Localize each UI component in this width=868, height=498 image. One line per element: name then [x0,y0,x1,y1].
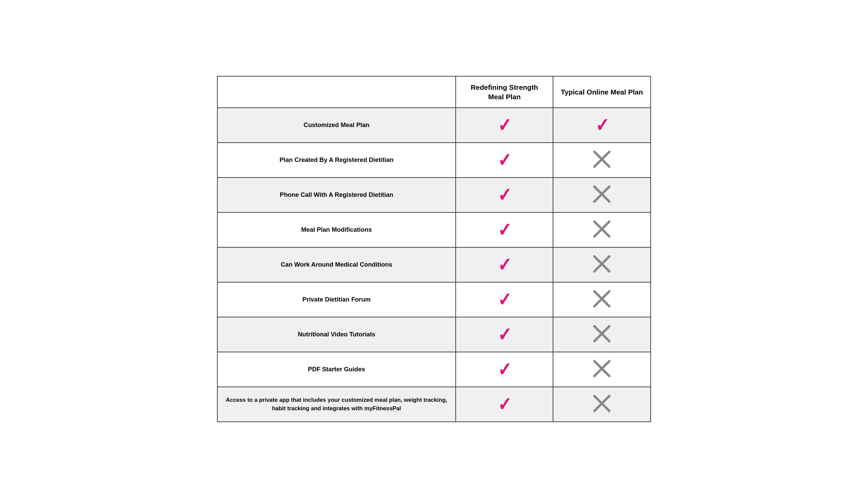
check-icon: ✓ [498,358,511,380]
typical-check-cell [553,212,651,247]
feature-label: Customized Meal Plan [217,108,456,143]
cross-icon [592,289,612,309]
typical-check-cell [553,282,651,317]
typical-check-cell: ✓ [553,108,651,143]
typical-check-cell [553,352,651,387]
cross-icon [592,324,612,344]
check-icon: ✓ [498,289,511,311]
rs-check-cell: ✓ [456,247,553,282]
typical-online-header: Typical Online Meal Plan [553,76,651,107]
rs-check-cell: ✓ [456,317,553,352]
feature-header [217,76,456,107]
rs-check-cell: ✓ [456,352,553,387]
cross-icon [592,393,612,414]
rs-check-cell: ✓ [456,212,553,247]
cross-icon [592,219,612,239]
rs-check-cell: ✓ [456,108,553,143]
rs-check-cell: ✓ [456,282,553,317]
feature-label: Plan Created By A Registered Dietitian [217,143,456,178]
cross-icon [592,358,612,379]
feature-label: Nutritional Video Tutorials [217,317,456,352]
check-icon: ✓ [595,114,609,136]
feature-label: Can Work Around Medical Conditions [217,247,456,282]
feature-label: Private Dietitian Forum [217,282,456,317]
cross-icon [592,149,612,169]
cross-icon [592,254,612,274]
cross-icon [592,184,612,204]
redefining-strength-header: Redefining Strength Meal Plan [456,76,553,107]
feature-label: Access to a private app that includes yo… [217,387,456,422]
typical-check-cell [553,178,651,212]
comparison-table: Redefining Strength Meal Plan Typical On… [217,76,651,422]
check-icon: ✓ [498,254,511,276]
check-icon: ✓ [498,219,511,241]
feature-label: Phone Call With A Registered Dietitian [217,178,456,212]
typical-check-cell [553,317,651,352]
check-icon: ✓ [498,114,511,136]
check-icon: ✓ [498,324,511,345]
typical-check-cell [553,143,651,178]
feature-label: Meal Plan Modifications [217,212,456,247]
rs-check-cell: ✓ [456,387,553,422]
check-icon: ✓ [498,149,511,171]
check-icon: ✓ [498,393,511,415]
feature-label: PDF Starter Guides [217,352,456,387]
rs-check-cell: ✓ [456,178,553,212]
rs-check-cell: ✓ [456,143,553,178]
typical-check-cell [553,247,651,282]
typical-check-cell [553,387,651,422]
check-icon: ✓ [498,184,511,206]
